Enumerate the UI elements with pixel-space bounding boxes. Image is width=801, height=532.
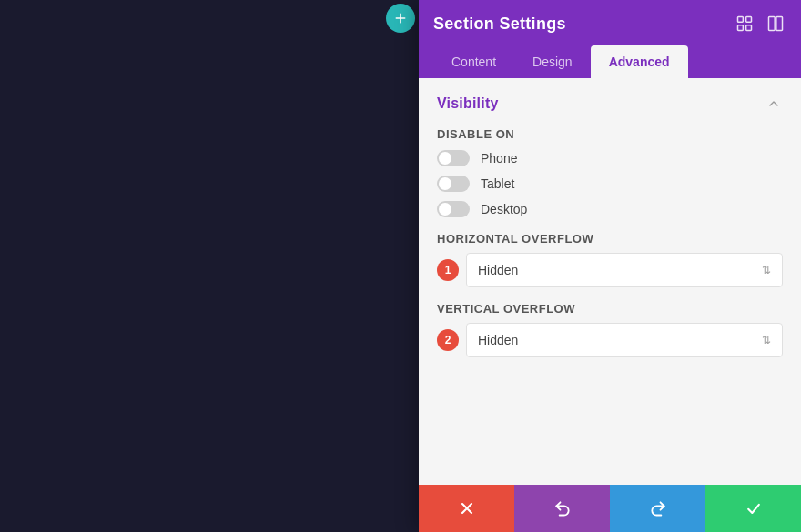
svg-rect-4 xyxy=(769,17,776,31)
horizontal-overflow-section: Horizontal Overflow 1 Hidden Visible Scr… xyxy=(437,232,783,287)
vertical-overflow-section: Vertical Overflow 2 Hidden Visible Scrol… xyxy=(437,302,783,357)
cancel-icon xyxy=(458,499,476,517)
select-arrow-2-icon: ⇅ xyxy=(762,334,771,346)
horizontal-overflow-label: Horizontal Overflow xyxy=(437,232,783,246)
vertical-overflow-wrapper: 2 Hidden Visible Scroll Auto ⇅ xyxy=(437,323,783,357)
plus-icon xyxy=(393,11,408,25)
panel-header-icons xyxy=(734,13,786,35)
cancel-button[interactable] xyxy=(419,485,514,532)
toggle-tablet-row: Tablet xyxy=(437,176,783,192)
toggle-phone-label: Phone xyxy=(481,151,517,166)
panel-title: Section Settings xyxy=(433,15,566,34)
add-section-button[interactable] xyxy=(386,4,415,33)
toggle-phone[interactable] xyxy=(437,150,470,166)
select-arrow-icon: ⇅ xyxy=(762,264,771,276)
disable-on-label: Disable on xyxy=(437,127,783,141)
panel-footer xyxy=(419,485,801,532)
tab-content[interactable]: Content xyxy=(433,45,514,78)
vertical-overflow-label: Vertical Overflow xyxy=(437,302,783,316)
tab-advanced[interactable]: Advanced xyxy=(591,45,688,78)
horizontal-overflow-wrapper: 1 Hidden Visible Scroll Auto ⇅ xyxy=(437,253,783,287)
svg-rect-0 xyxy=(738,17,744,23)
tab-design[interactable]: Design xyxy=(514,45,591,78)
visibility-collapse-button[interactable] xyxy=(765,95,783,113)
vertical-overflow-select[interactable]: Hidden Visible Scroll Auto xyxy=(478,333,762,347)
vertical-overflow-badge: 2 xyxy=(437,329,459,351)
toggle-desktop-label: Desktop xyxy=(481,202,527,216)
expand-icon[interactable] xyxy=(734,13,755,35)
vertical-overflow-select-field[interactable]: Hidden Visible Scroll Auto ⇅ xyxy=(466,323,783,357)
panel-content: Visibility Disable on Phone Tablet Deskt… xyxy=(419,78,801,485)
horizontal-overflow-select-field[interactable]: Hidden Visible Scroll Auto ⇅ xyxy=(466,253,783,287)
panel-tabs: Content Design Advanced xyxy=(433,45,786,78)
svg-rect-2 xyxy=(738,25,744,31)
panel-header: Section Settings xyxy=(419,0,801,78)
toggle-phone-row: Phone xyxy=(437,150,783,166)
toggle-tablet[interactable] xyxy=(437,176,470,192)
panel-header-top: Section Settings xyxy=(433,13,786,35)
svg-rect-1 xyxy=(746,17,752,23)
horizontal-overflow-select[interactable]: Hidden Visible Scroll Auto xyxy=(478,263,762,277)
svg-rect-5 xyxy=(776,17,783,31)
horizontal-overflow-badge: 1 xyxy=(437,259,459,281)
section-settings-panel: Section Settings xyxy=(419,0,801,532)
save-button[interactable] xyxy=(705,485,801,532)
visibility-section: Visibility Disable on Phone Tablet Deskt… xyxy=(419,78,801,374)
toggle-tablet-label: Tablet xyxy=(481,176,514,191)
undo-icon xyxy=(553,499,572,517)
toggle-desktop[interactable] xyxy=(437,201,470,217)
redo-icon xyxy=(649,499,667,517)
save-icon xyxy=(745,499,763,517)
svg-rect-3 xyxy=(746,25,752,31)
visibility-title: Visibility xyxy=(437,95,499,112)
toggle-desktop-row: Desktop xyxy=(437,201,783,217)
undo-button[interactable] xyxy=(514,485,610,532)
redo-button[interactable] xyxy=(610,485,705,532)
visibility-header: Visibility xyxy=(437,95,783,113)
columns-icon[interactable] xyxy=(765,13,786,35)
